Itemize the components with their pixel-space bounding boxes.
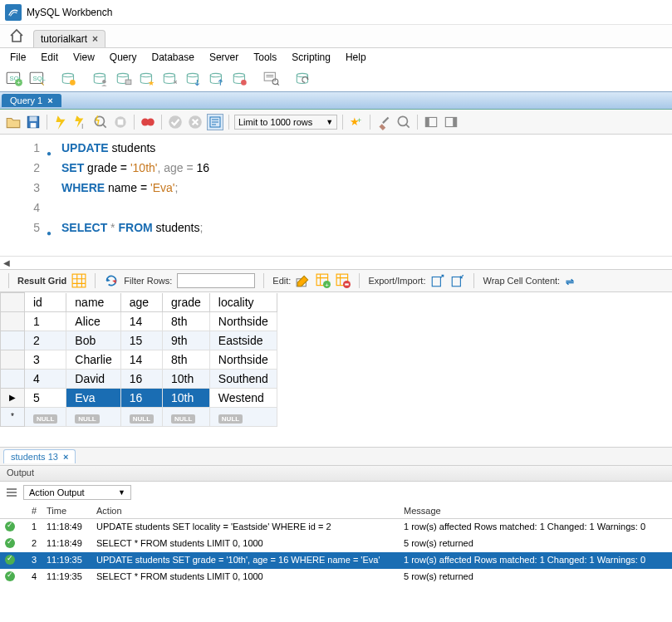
col-locality[interactable]: locality xyxy=(209,293,277,312)
edit-row-icon[interactable] xyxy=(296,273,311,288)
log-row[interactable]: 411:19:35SELECT * FROM students LIMIT 0,… xyxy=(0,569,672,585)
log-row[interactable]: 111:18:49UPDATE students SET locality = … xyxy=(0,518,672,536)
inspector-icon[interactable] xyxy=(60,70,78,88)
db-refresh-icon[interactable] xyxy=(294,70,312,88)
success-icon xyxy=(5,538,15,548)
find-icon[interactable] xyxy=(395,114,412,130)
home-icon[interactable] xyxy=(8,27,25,44)
import-icon[interactable] xyxy=(450,273,465,288)
col-age[interactable]: age xyxy=(120,293,162,312)
menu-scripting[interactable]: Scripting xyxy=(285,50,337,65)
result-tab-label: students 13 xyxy=(11,452,58,462)
svg-rect-50 xyxy=(453,277,461,287)
commit-icon[interactable] xyxy=(167,114,184,130)
app-icon xyxy=(5,4,22,21)
execute-icon[interactable] xyxy=(52,114,69,130)
svg-point-8 xyxy=(94,73,105,76)
grid-icon[interactable] xyxy=(71,273,86,288)
menu-database[interactable]: Database xyxy=(145,50,201,65)
refresh-icon[interactable] xyxy=(104,273,119,288)
table-row[interactable]: 1Alice148thNorthside xyxy=(1,311,277,331)
rollback-icon[interactable] xyxy=(187,114,204,130)
brush-icon[interactable] xyxy=(375,114,392,130)
search-icon[interactable] xyxy=(262,70,281,88)
table-row[interactable]: 3Charlie148thNorthside xyxy=(1,350,277,369)
panel-right-icon[interactable] xyxy=(443,114,459,130)
db-star-icon[interactable]: ★ xyxy=(138,70,156,88)
menu-file[interactable]: File xyxy=(3,50,32,65)
menu-help[interactable]: Help xyxy=(339,50,373,65)
result-grid[interactable]: id name age grade locality 1Alice148thNo… xyxy=(0,292,672,427)
success-icon xyxy=(5,522,15,531)
svg-point-17 xyxy=(233,73,244,76)
stop-icon[interactable] xyxy=(112,114,129,130)
action-log[interactable]: # Time Action Message 111:18:49UPDATE st… xyxy=(0,503,672,585)
log-row[interactable]: 211:18:49SELECT * FROM students LIMIT 0,… xyxy=(0,536,672,552)
limit-rows-select[interactable]: Limit to 1000 rows ▼ xyxy=(234,115,337,130)
svg-point-30 xyxy=(147,118,155,125)
query-toolbar: I Limit to 1000 rows ▼ ★+ xyxy=(0,110,672,135)
log-row-selected[interactable]: 311:19:35UPDATE students SET grade = '10… xyxy=(0,552,672,569)
execute-cursor-icon[interactable]: I xyxy=(72,114,89,130)
toggle-whitespace-icon[interactable] xyxy=(207,114,223,130)
result-tab[interactable]: students 13 × xyxy=(3,449,76,463)
output-mode-select[interactable]: Action Output ▼ xyxy=(23,485,131,500)
svg-rect-54 xyxy=(7,495,17,497)
menu-server[interactable]: Server xyxy=(203,50,245,65)
menu-tools[interactable]: Tools xyxy=(247,50,283,65)
col-grade[interactable]: grade xyxy=(163,293,210,312)
db-import-icon[interactable] xyxy=(208,70,226,88)
svg-rect-23 xyxy=(30,116,37,121)
explain-icon[interactable] xyxy=(92,114,109,130)
query-tab[interactable]: Query 1 × xyxy=(2,94,61,107)
svg-rect-41 xyxy=(72,274,86,287)
save-icon[interactable] xyxy=(25,114,42,130)
caret-down-icon: ▼ xyxy=(326,118,333,126)
result-tabs: students 13 × xyxy=(0,447,672,465)
db-share-icon[interactable] xyxy=(161,70,179,88)
editor-scrollbar[interactable]: ◀ xyxy=(0,256,672,269)
open-sql-icon[interactable]: SQL xyxy=(28,70,47,88)
connection-tab[interactable]: tutorialkart × xyxy=(33,30,105,47)
table-row[interactable]: 2Bob159thEastside xyxy=(1,331,277,350)
table-row-selected[interactable]: ▶5Eva1610thWestend xyxy=(1,388,277,407)
wrap-icon[interactable]: ⇌ xyxy=(565,273,580,288)
result-grid-label: Result Grid xyxy=(17,276,66,286)
close-icon[interactable]: × xyxy=(63,452,68,462)
svg-rect-38 xyxy=(426,117,429,126)
caret-down-icon: ▼ xyxy=(118,488,125,497)
col-name[interactable]: name xyxy=(66,293,120,312)
new-sql-tab-icon[interactable]: SQL+ xyxy=(5,70,23,88)
close-icon[interactable]: × xyxy=(47,96,52,105)
svg-point-21 xyxy=(297,73,307,76)
menu-view[interactable]: View xyxy=(66,50,101,65)
close-icon[interactable]: × xyxy=(92,33,98,45)
output-header: Output xyxy=(0,465,672,482)
db-user-icon[interactable] xyxy=(91,70,110,88)
sql-editor[interactable]: 1●UPDATE students 2SET grade = '10th', a… xyxy=(0,135,672,256)
panel-left-icon[interactable] xyxy=(423,114,439,130)
table-row-new[interactable]: * NULL NULL NULL NULL NULL xyxy=(1,407,277,426)
db-export-icon[interactable] xyxy=(184,70,203,88)
beautify-icon[interactable]: ★+ xyxy=(348,114,365,130)
menu-edit[interactable]: Edit xyxy=(34,50,65,65)
add-row-icon[interactable]: + xyxy=(316,273,331,288)
db-stop-icon[interactable] xyxy=(231,70,249,88)
toggle-autocommit-icon[interactable] xyxy=(140,114,156,130)
db-status-icon[interactable] xyxy=(115,70,133,88)
delete-row-icon[interactable] xyxy=(336,273,351,288)
svg-point-16 xyxy=(210,73,221,76)
titlebar: MySQL Workbench xyxy=(0,0,672,25)
output-mode-label: Action Output xyxy=(29,487,85,497)
output-list-icon[interactable] xyxy=(5,486,18,499)
export-icon[interactable] xyxy=(430,273,445,288)
table-row[interactable]: 4David1610thSouthend xyxy=(1,369,277,388)
svg-rect-24 xyxy=(31,123,37,128)
result-toolbar: Result Grid Filter Rows: Edit: + Export/… xyxy=(0,269,672,292)
filter-input[interactable] xyxy=(177,273,255,288)
col-id[interactable]: id xyxy=(25,293,66,312)
open-file-icon[interactable] xyxy=(5,114,22,130)
menu-query[interactable]: Query xyxy=(103,50,144,65)
svg-rect-53 xyxy=(7,492,17,493)
svg-point-7 xyxy=(70,80,76,86)
